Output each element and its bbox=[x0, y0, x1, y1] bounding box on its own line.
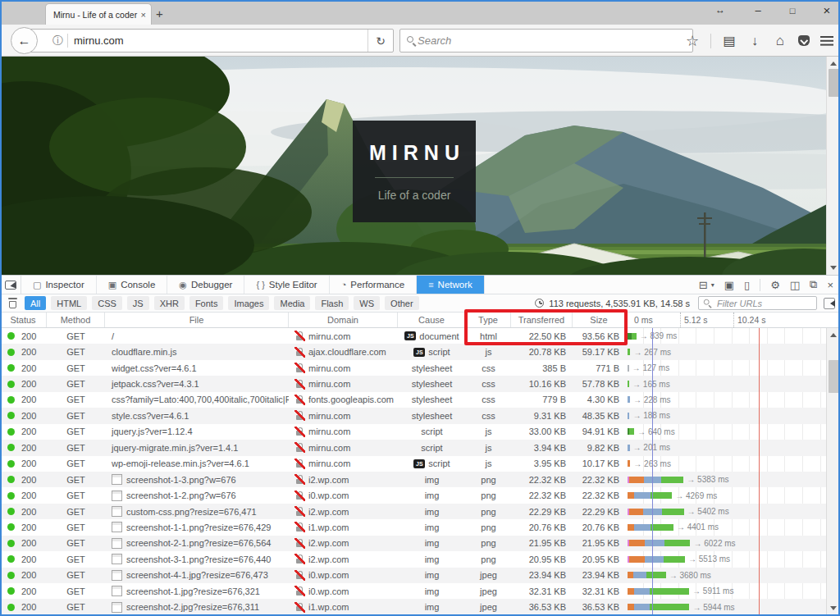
popout-icon[interactable]: ⧉ bbox=[810, 278, 817, 291]
split-console-icon[interactable]: ▣ bbox=[724, 279, 734, 291]
tab-close-icon[interactable]: × bbox=[141, 10, 146, 20]
column-header-status[interactable]: Status bbox=[0, 313, 47, 327]
filter-media[interactable]: Media bbox=[274, 296, 310, 310]
menu-hamburger-icon[interactable] bbox=[820, 36, 833, 46]
waterfall-segment bbox=[664, 540, 691, 546]
browser-tab[interactable]: Mirnu - Life of a coder × bbox=[45, 3, 152, 25]
request-row[interactable]: 200GETstyle.css?ver=4.6.1mirnu.comstyles… bbox=[0, 408, 840, 423]
bookmarks-menu-icon[interactable]: ▤ bbox=[722, 33, 737, 48]
request-row[interactable]: 200GETwidget.css?ver=4.6.1mirnu.comstyle… bbox=[0, 360, 840, 376]
filter-xhr[interactable]: XHR bbox=[154, 296, 185, 310]
url-bar[interactable]: ⓘ mirnu.com ↻ bbox=[30, 29, 394, 52]
filter-flash[interactable]: Flash bbox=[315, 296, 349, 310]
status-code: 200 bbox=[21, 586, 36, 596]
table-scroll-up-icon[interactable] bbox=[830, 333, 837, 337]
scrollbar-thumb[interactable] bbox=[829, 69, 839, 97]
column-header-cause[interactable]: Cause bbox=[398, 313, 466, 327]
request-row[interactable]: 200GETscreenshot-3-1.png?resize=676,440i… bbox=[0, 551, 840, 567]
clear-requests-button[interactable] bbox=[0, 298, 25, 308]
type-cell: png bbox=[466, 472, 511, 487]
request-row[interactable]: 200GETscreenshot-1-1.png?resize=676,429i… bbox=[0, 519, 840, 535]
filter-ws[interactable]: WS bbox=[354, 296, 380, 310]
request-row[interactable]: 200GETscreenshot-2.jpg?resize=676,311i1.… bbox=[0, 599, 840, 614]
filter-images[interactable]: Images bbox=[228, 296, 269, 310]
filter-urls-input[interactable] bbox=[715, 298, 812, 309]
page-scrollbar[interactable] bbox=[826, 57, 840, 275]
request-row[interactable]: 200GETcustom-css.png?resize=676,471i2.wp… bbox=[0, 504, 840, 519]
insecure-lock-icon bbox=[295, 348, 304, 357]
filter-urls-box[interactable] bbox=[698, 296, 817, 310]
back-button[interactable]: ← bbox=[11, 27, 38, 54]
devtools-tab-console[interactable]: ▣Console bbox=[97, 276, 168, 294]
column-header-timeline[interactable]: 0 ms5.12 s10.24 s bbox=[626, 313, 840, 327]
table-scrollbar[interactable] bbox=[826, 328, 840, 615]
pick-element-button[interactable] bbox=[0, 276, 21, 294]
request-row[interactable]: 200GETcss?family=Lato:400,700,400italic,… bbox=[0, 392, 840, 408]
scroll-up-icon[interactable] bbox=[830, 62, 837, 66]
cause-text: img bbox=[425, 554, 440, 564]
devtools-tab-performance[interactable]: ◔Performance bbox=[330, 276, 418, 294]
column-header-size[interactable]: Size bbox=[573, 313, 626, 327]
reload-button[interactable]: ↻ bbox=[368, 30, 393, 52]
bookmark-star-icon[interactable]: ☆ bbox=[685, 32, 700, 50]
filter-fonts[interactable]: Fonts bbox=[189, 296, 224, 310]
method-cell: GET bbox=[47, 536, 105, 551]
close-window-button[interactable]: × bbox=[820, 3, 833, 17]
panel-split-icon[interactable]: ◫ bbox=[790, 279, 800, 291]
column-header-method[interactable]: Method bbox=[47, 313, 105, 327]
settings-gear-icon[interactable]: ⚙ bbox=[770, 279, 780, 291]
new-tab-button[interactable]: + bbox=[156, 7, 163, 21]
pocket-icon[interactable] bbox=[798, 35, 810, 46]
request-row[interactable]: 200GETjetpack.css?ver=4.3.1mirnu.comstyl… bbox=[0, 376, 840, 391]
request-row[interactable]: 200GETscreenshot-1-3.png?w=676i2.wp.comi… bbox=[0, 472, 840, 487]
request-row[interactable]: 200GETscreenshot-1-2.png?w=676i0.wp.comi… bbox=[0, 487, 840, 503]
waterfall-segment bbox=[661, 477, 684, 483]
search-bar[interactable] bbox=[399, 29, 693, 52]
search-input[interactable] bbox=[416, 34, 686, 48]
request-row[interactable]: 200GETcloudflare.min.jsajax.cloudflare.c… bbox=[0, 344, 840, 359]
filter-js[interactable]: JS bbox=[127, 296, 149, 310]
request-row[interactable]: 200GETscreenshot-2-1.png?resize=676,564i… bbox=[0, 536, 840, 551]
maximize-button[interactable]: □ bbox=[786, 6, 799, 16]
request-row[interactable]: 200GETjquery-migrate.min.js?ver=1.4.1mir… bbox=[0, 440, 840, 455]
scroll-down-icon[interactable] bbox=[830, 266, 837, 270]
status-ok-icon bbox=[7, 396, 15, 404]
filter-html[interactable]: HTML bbox=[51, 296, 87, 310]
responsive-mode-icon[interactable]: ▯ bbox=[744, 279, 750, 291]
size-cell: 23.94 KB bbox=[573, 568, 626, 583]
status-code: 200 bbox=[21, 411, 36, 421]
site-info-icon[interactable]: ⓘ bbox=[52, 34, 63, 48]
status-ok-icon bbox=[7, 428, 15, 436]
request-row[interactable]: 200GET/mirnu.comJSdocumenthtml22.50 KB93… bbox=[0, 328, 840, 344]
column-header-transferred[interactable]: Transferred bbox=[511, 313, 573, 327]
minimize-button[interactable]: – bbox=[751, 4, 765, 16]
filter-css[interactable]: CSS bbox=[92, 296, 122, 310]
devtools-tab-network[interactable]: ≡Network bbox=[417, 276, 485, 294]
dock-side-icon[interactable]: ⊟ bbox=[699, 279, 708, 291]
url-text[interactable]: mirnu.com bbox=[74, 34, 368, 47]
request-row[interactable]: 200GETwp-emoji-release.min.js?ver=4.6.1m… bbox=[0, 456, 840, 472]
devtools-tab-style-editor[interactable]: { }Style Editor bbox=[244, 276, 329, 294]
toggle-details-pane-icon[interactable] bbox=[824, 298, 835, 309]
type-cell: html bbox=[466, 328, 511, 344]
filter-other[interactable]: Other bbox=[385, 296, 419, 310]
close-devtools-icon[interactable]: × bbox=[827, 279, 833, 291]
request-row[interactable]: 200GETjquery.js?ver=1.12.4mirnu.comscrip… bbox=[0, 424, 840, 440]
column-header-type[interactable]: Type bbox=[466, 313, 511, 327]
waterfall-segment bbox=[634, 588, 650, 595]
column-header-domain[interactable]: Domain bbox=[289, 313, 398, 327]
request-row[interactable]: 200GETscreenshot-1.jpg?resize=676,321i0.… bbox=[0, 583, 840, 599]
table-scrollbar-thumb[interactable] bbox=[829, 360, 839, 393]
waterfall-segment bbox=[662, 509, 684, 515]
request-row[interactable]: 200GETscreenshot-4-1.jpg?resize=676,473i… bbox=[0, 568, 840, 583]
column-header-file[interactable]: File bbox=[105, 313, 289, 327]
status-code: 200 bbox=[21, 459, 36, 468]
devtools-tab-debugger[interactable]: ◉Debugger bbox=[167, 276, 244, 294]
devtools-tab-inspector[interactable]: ▢Inspector bbox=[21, 276, 97, 294]
downloads-icon[interactable]: ↓ bbox=[747, 34, 762, 48]
window-resize-icon[interactable]: ↔ bbox=[715, 4, 725, 16]
filter-all[interactable]: All bbox=[25, 296, 46, 310]
table-scroll-down-icon[interactable] bbox=[830, 606, 837, 610]
home-icon[interactable]: ⌂ bbox=[773, 33, 788, 49]
firefox-window: Mirnu - Life of a coder × + ↔ – □ × ← ⓘ … bbox=[0, 0, 840, 616]
